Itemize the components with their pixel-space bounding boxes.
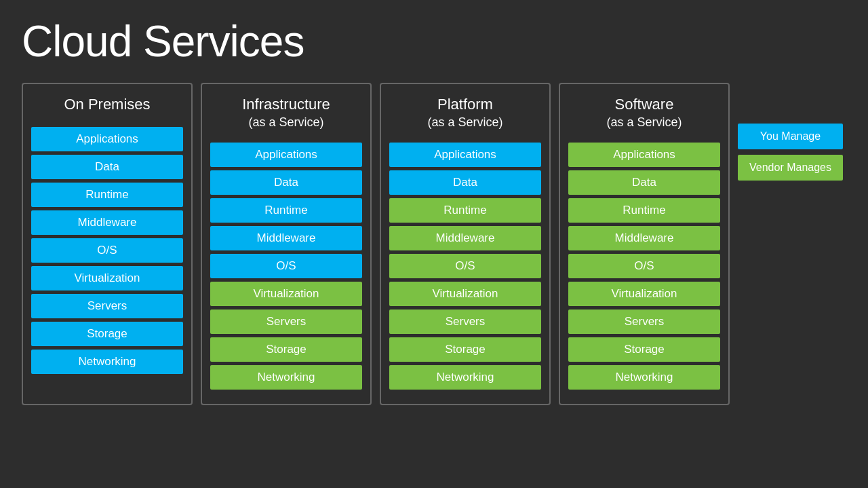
row-paas-data: Data xyxy=(389,170,541,195)
row-on-premises-networking: Networking xyxy=(31,350,183,374)
row-on-premises-servers: Servers xyxy=(31,294,183,318)
row-iaas-data: Data xyxy=(210,170,362,195)
row-iaas-servers: Servers xyxy=(210,309,362,334)
row-saas-virtualization: Virtualization xyxy=(568,282,720,306)
row-on-premises-applications: Applications xyxy=(31,127,183,151)
row-on-premises-o-s: O/S xyxy=(31,238,183,263)
column-title-iaas: Infrastructure(as a Service) xyxy=(210,95,362,130)
row-iaas-runtime: Runtime xyxy=(210,198,362,223)
row-paas-networking: Networking xyxy=(389,365,541,390)
row-paas-servers: Servers xyxy=(389,309,541,334)
columns-area: On PremisesApplicationsDataRuntimeMiddle… xyxy=(22,83,730,405)
column-iaas: Infrastructure(as a Service)Applications… xyxy=(201,83,372,405)
row-saas-o-s: O/S xyxy=(568,254,720,278)
row-paas-applications: Applications xyxy=(389,143,541,167)
row-on-premises-data: Data xyxy=(31,155,183,179)
row-on-premises-storage: Storage xyxy=(31,322,183,346)
row-paas-runtime: Runtime xyxy=(389,198,541,223)
row-iaas-o-s: O/S xyxy=(210,254,362,278)
column-title-saas: Software(as a Service) xyxy=(568,95,720,130)
row-saas-networking: Networking xyxy=(568,365,720,390)
page-title: Cloud Services xyxy=(22,16,846,67)
row-saas-data: Data xyxy=(568,170,720,195)
row-saas-runtime: Runtime xyxy=(568,198,720,223)
row-paas-storage: Storage xyxy=(389,337,541,362)
row-paas-o-s: O/S xyxy=(389,254,541,278)
main-content: On PremisesApplicationsDataRuntimeMiddle… xyxy=(22,83,846,472)
row-saas-applications: Applications xyxy=(568,143,720,167)
column-title-on-premises: On Premises xyxy=(31,95,183,115)
row-saas-storage: Storage xyxy=(568,337,720,362)
row-iaas-applications: Applications xyxy=(210,143,362,167)
column-saas: Software(as a Service)ApplicationsDataRu… xyxy=(559,83,730,405)
legend-cyan: You Manage xyxy=(738,124,843,149)
legend-green: Vendor Manages xyxy=(738,155,843,181)
column-on-premises: On PremisesApplicationsDataRuntimeMiddle… xyxy=(22,83,193,405)
row-iaas-middleware: Middleware xyxy=(210,226,362,250)
column-title-paas: Platform(as a Service) xyxy=(389,95,541,130)
column-paas: Platform(as a Service)ApplicationsDataRu… xyxy=(380,83,551,405)
row-saas-servers: Servers xyxy=(568,309,720,334)
row-paas-middleware: Middleware xyxy=(389,226,541,250)
row-iaas-networking: Networking xyxy=(210,365,362,390)
row-iaas-virtualization: Virtualization xyxy=(210,282,362,306)
row-on-premises-virtualization: Virtualization xyxy=(31,266,183,290)
row-saas-middleware: Middleware xyxy=(568,226,720,250)
row-on-premises-middleware: Middleware xyxy=(31,210,183,235)
row-iaas-storage: Storage xyxy=(210,337,362,362)
row-on-premises-runtime: Runtime xyxy=(31,183,183,207)
page: Cloud Services On PremisesApplicationsDa… xyxy=(0,0,868,488)
row-paas-virtualization: Virtualization xyxy=(389,282,541,306)
legend-area: You ManageVendor Manages xyxy=(738,83,846,181)
